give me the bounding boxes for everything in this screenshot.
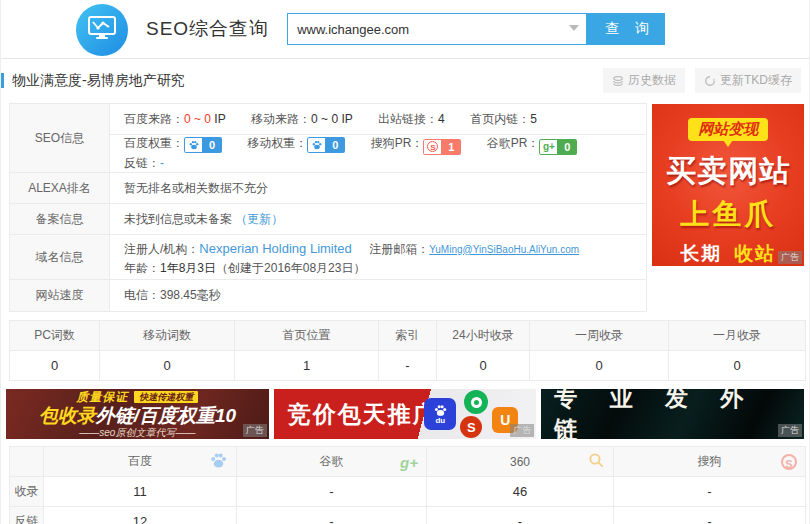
beian-cell: 未找到信息或未备案 （更新） xyxy=(110,204,647,235)
col-month-collect: 一月收录 xyxy=(669,321,806,351)
seo-query-page: SEO综合查询 查 询 物业满意度-易博房地产研究 历史数据 更新TKD缓存 xyxy=(0,0,810,524)
beian-update-link[interactable]: （更新） xyxy=(235,212,283,226)
layers-icon xyxy=(612,75,624,87)
sogou-s-icon: S xyxy=(423,139,441,155)
sogou-backlink-value: - xyxy=(614,507,806,524)
google-plus-icon: g+ xyxy=(539,139,557,155)
google-pr-badge[interactable]: g+0 xyxy=(539,139,577,155)
ad-banner-backlinks[interactable]: 质量保证 快速传递权重 包收录外链/百度权重10 ——seo原创文章代写—— 广… xyxy=(6,389,269,439)
url-input[interactable] xyxy=(288,14,586,44)
sogou-pr-badge[interactable]: S1 xyxy=(423,139,461,155)
360-app-icon xyxy=(464,390,488,414)
refresh-tkd-button[interactable]: 更新TKD缓存 xyxy=(695,68,801,93)
registrant-link[interactable]: Nexperian Holding Limited xyxy=(199,241,351,256)
google-backlink-value: - xyxy=(237,507,427,524)
360-collect-value: 46 xyxy=(427,477,614,507)
ad-banner-outlinks[interactable]: 专 业 发 外 链 广告 xyxy=(541,389,804,439)
baidu-backlink-value: 12 xyxy=(44,507,237,524)
homelink-value: 5 xyxy=(530,112,537,126)
search-box xyxy=(287,13,587,45)
table-header-row: PC词数 移动词数 首页位置 索引 24小时收录 一周收录 一月收录 xyxy=(10,321,806,351)
seo-info-table: SEO信息 百度来路：0 ~ 0 IP 移动来路：0 ~ 0 IP 出站链接：4… xyxy=(9,103,647,312)
backlink-value: - xyxy=(160,156,164,170)
monitor-chart-icon xyxy=(87,14,117,46)
mobile-traffic-value: 0 ~ 0 xyxy=(311,112,338,126)
col-sogou: 搜狗S xyxy=(614,447,806,477)
baidu-weight-badge[interactable]: 0 xyxy=(184,137,222,153)
collect-week-value: 0 xyxy=(530,351,669,381)
ad-banner-strip: 质量保证 快速传递权重 包收录外链/百度权重10 ——seo原创文章代写—— 广… xyxy=(6,389,804,439)
baidu-app-icon: du xyxy=(424,398,456,430)
baidu-paw-icon xyxy=(209,452,228,472)
history-data-button[interactable]: 历史数据 xyxy=(603,68,685,93)
pc-words-value: 0 xyxy=(10,351,100,381)
ad-label: 广告 xyxy=(778,251,802,264)
ad-main-text: 包收录外链/百度权重10 xyxy=(39,406,236,426)
row-label-domain: 域名信息 xyxy=(10,235,110,280)
rank-stats-table: PC词数 移动词数 首页位置 索引 24小时收录 一周收录 一月收录 0 0 1… xyxy=(9,320,806,381)
ad-main-text: 竞价包天推广 xyxy=(288,399,438,430)
engine-collect-table: 百度 谷歌g+ 360 搜狗S 收录 11 - 46 - 反链 12 - - - xyxy=(9,446,806,524)
beian-value: 未找到信息或未备案 xyxy=(124,212,232,226)
baidu-collect-value: 11 xyxy=(44,477,237,507)
table-row: 备案信息 未找到信息或未备案 （更新） xyxy=(10,204,647,235)
ad-banner-bidding[interactable]: 竞价包天推广 du S U 广告 xyxy=(274,389,537,439)
ad-main-text: 专 业 发 外 链 xyxy=(541,389,804,439)
paw-icon xyxy=(307,137,325,153)
col-pc-words: PC词数 xyxy=(10,321,100,351)
ad-speed-tag: 快速传递权重 xyxy=(134,391,198,403)
title-bar: 物业满意度-易博房地产研究 历史数据 更新TKD缓存 xyxy=(1,59,809,101)
ad-sub-text: ——seo原创文章代写—— xyxy=(79,426,195,440)
query-button[interactable]: 查 询 xyxy=(587,13,665,45)
corner-cell xyxy=(10,447,44,477)
app-logo xyxy=(76,4,128,56)
domain-created-value: （创建于2016年08月23日） xyxy=(216,261,365,275)
table-header-row: 百度 谷歌g+ 360 搜狗S xyxy=(10,447,806,477)
col-week-collect: 一周收录 xyxy=(530,321,669,351)
title-marker xyxy=(1,73,4,88)
index-value: - xyxy=(379,351,437,381)
ad-quality-tag: 质量保证 xyxy=(76,389,128,406)
seo-traffic-cell: 百度来路：0 ~ 0 IP 移动来路：0 ~ 0 IP 出站链接：4 首页内链：… xyxy=(110,104,647,135)
info-section: SEO信息 百度来路：0 ~ 0 IP 移动来路：0 ~ 0 IP 出站链接：4… xyxy=(1,101,809,312)
domain-age-value: 1年8月3日 xyxy=(160,261,216,275)
baidu-traffic-value: 0 ~ 0 xyxy=(184,112,211,126)
top-header: SEO综合查询 查 询 xyxy=(1,0,809,59)
refresh-icon xyxy=(704,75,716,87)
sidebar-ad-banner[interactable]: 网站变现 买卖网站 上鱼爪 长期收站 广告 xyxy=(652,104,804,266)
app-title: SEO综合查询 xyxy=(146,16,269,42)
360-backlink-value: - xyxy=(427,507,614,524)
sogou-s-icon: S xyxy=(781,454,797,470)
row-label-backlink: 反链 xyxy=(10,507,44,524)
seo-weight-cell: 百度权重：0 移动权重：0 搜狗PR：S1 谷歌PR：g+0 反链：- xyxy=(110,135,647,173)
sogou-collect-value: - xyxy=(614,477,806,507)
search-area: 查 询 xyxy=(287,13,665,45)
home-position-value: 1 xyxy=(235,351,379,381)
col-home-position: 首页位置 xyxy=(235,321,379,351)
alexa-value: 暂无排名或相关数据不充分 xyxy=(110,173,647,204)
col-mobile-words: 移动词数 xyxy=(100,321,235,351)
chevron-down-icon[interactable] xyxy=(569,25,579,31)
google-plus-icon: g+ xyxy=(400,453,418,470)
ad-line1: 买卖网站 xyxy=(666,151,790,192)
page-title: 物业满意度-易博房地产研究 xyxy=(12,72,593,90)
table-row: 反链 12 - - - xyxy=(10,507,806,524)
whois-email-link[interactable]: YuMing@YinSiBaoHu.AliYun.com xyxy=(429,244,579,255)
table-row: ALEXA排名 暂无排名或相关数据不充分 xyxy=(10,173,647,204)
table-row: 域名信息 注册人/机构：Nexperian Holding Limited 注册… xyxy=(10,235,647,280)
ad-line2: 上鱼爪 xyxy=(680,195,776,235)
collect-month-value: 0 xyxy=(669,351,806,381)
table-row: SEO信息 百度来路：0 ~ 0 IP 移动来路：0 ~ 0 IP 出站链接：4… xyxy=(10,104,647,135)
row-label-speed: 网站速度 xyxy=(10,280,110,312)
ad-bubble-text: 网站变现 xyxy=(688,118,768,141)
ad-label: 广告 xyxy=(243,424,267,437)
ad-line3: 长期收站 xyxy=(680,241,776,267)
col-baidu: 百度 xyxy=(44,447,237,477)
row-label-collect: 收录 xyxy=(10,477,44,507)
col-360: 360 xyxy=(427,447,614,477)
table-row: 0 0 1 - 0 0 0 xyxy=(10,351,806,381)
magnifier-icon xyxy=(588,452,605,472)
row-label-seo: SEO信息 xyxy=(10,104,110,173)
mobile-weight-badge[interactable]: 0 xyxy=(307,137,345,153)
domain-cell: 注册人/机构：Nexperian Holding Limited 注册邮箱：Yu… xyxy=(110,235,647,280)
